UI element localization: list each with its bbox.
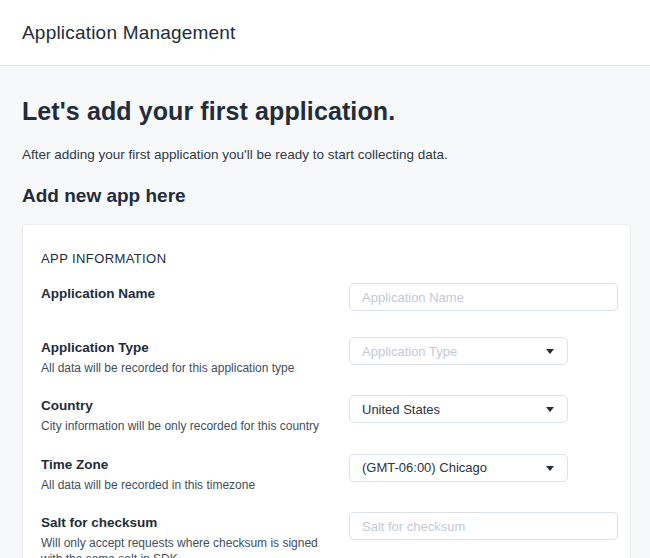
field-helper: All data will be recorded for this appli… xyxy=(41,361,341,377)
add-app-section-title: Add new app here xyxy=(22,162,628,207)
country-select-value: United States xyxy=(362,402,440,417)
field-label: Application Type xyxy=(41,340,349,357)
caret-down-icon xyxy=(546,349,554,354)
caret-down-icon xyxy=(546,407,554,412)
page-title: Application Management xyxy=(22,22,236,44)
caret-down-icon xyxy=(546,466,554,471)
form-row-salt-for-checksum: Salt for checksum Will only accept reque… xyxy=(41,512,617,558)
time-zone-select[interactable]: (GMT-06:00) Chicago xyxy=(349,454,568,482)
form-row-application-type: Application Type All data will be record… xyxy=(41,337,617,376)
application-name-input[interactable] xyxy=(349,283,618,311)
field-helper: City information will be only recorded f… xyxy=(41,419,341,435)
intro-heading: Let's add your first application. xyxy=(22,66,628,126)
field-label-group: Application Name xyxy=(41,283,349,303)
field-label-group: Salt for checksum Will only accept reque… xyxy=(41,512,349,558)
field-label: Time Zone xyxy=(41,457,349,474)
field-label-group: Time Zone All data will be recorded in t… xyxy=(41,454,349,493)
salt-for-checksum-input[interactable] xyxy=(349,512,618,540)
form-row-time-zone: Time Zone All data will be recorded in t… xyxy=(41,454,617,493)
field-helper: Will only accept requests where checksum… xyxy=(41,536,341,558)
time-zone-select-value: (GMT-06:00) Chicago xyxy=(362,460,487,475)
field-helper: All data will be recorded in this timezo… xyxy=(41,478,341,494)
topbar: Application Management xyxy=(0,0,650,66)
field-label: Application Name xyxy=(41,286,349,303)
field-label-group: Application Type All data will be record… xyxy=(41,337,349,376)
field-label-group: Country City information will be only re… xyxy=(41,395,349,434)
field-control-cell xyxy=(349,283,618,311)
intro-subheading: After adding your first application you'… xyxy=(22,126,628,162)
field-control-cell: United States xyxy=(349,395,568,423)
field-label: Salt for checksum xyxy=(41,515,349,532)
form-row-country: Country City information will be only re… xyxy=(41,395,617,434)
intro-section: Let's add your first application. After … xyxy=(0,66,650,207)
field-control-cell: Application Type xyxy=(349,337,568,365)
form-row-application-name: Application Name xyxy=(41,283,617,311)
form-section-header: APP INFORMATION xyxy=(41,251,617,266)
application-type-select-value: Application Type xyxy=(362,344,457,359)
form-fields: Application Name Application Type All da… xyxy=(41,283,617,558)
application-type-select[interactable]: Application Type xyxy=(349,337,568,365)
app-form-card: APP INFORMATION Application Name Applica… xyxy=(22,224,631,558)
field-control-cell xyxy=(349,512,618,540)
field-label: Country xyxy=(41,398,349,415)
country-select[interactable]: United States xyxy=(349,395,568,423)
field-control-cell: (GMT-06:00) Chicago xyxy=(349,454,568,482)
